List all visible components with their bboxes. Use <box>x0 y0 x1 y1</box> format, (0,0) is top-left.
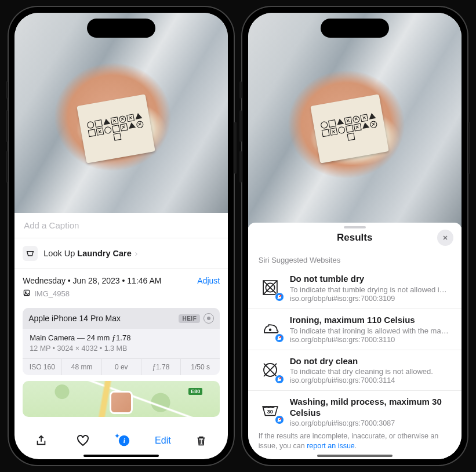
location-map[interactable]: E80 <box>23 381 220 417</box>
exif-strip: ISO 160 48 mm 0 ev ƒ1.78 1/50 s <box>23 358 220 375</box>
lookup-row[interactable]: Look Up Laundry Care › <box>14 238 228 269</box>
camera-info-card: Apple iPhone 14 Pro Max HEIF Main Camera… <box>23 308 220 375</box>
result-item[interactable]: 30 Washing, mild process, maximum 30 Cel… <box>248 391 462 427</box>
safari-badge-icon <box>275 415 284 424</box>
photo-location-pin <box>110 391 133 414</box>
result-url: iso.org/obp/ui#iso:grs:7000:3109 <box>290 295 451 303</box>
safari-badge-icon <box>275 375 284 384</box>
delete-button[interactable] <box>190 434 212 447</box>
camera-file-info: 12 MP • 3024 × 4032 • 1.3 MB <box>30 344 213 353</box>
exif-shutter: 1/50 s <box>181 359 220 375</box>
edit-button[interactable]: Edit <box>155 435 171 446</box>
result-title: Do not dry clean <box>290 356 451 367</box>
svg-point-1 <box>26 292 27 293</box>
result-url: iso.org/obp/ui#iso:grs:7000:3114 <box>290 376 451 384</box>
section-label: Siri Suggested Websites <box>248 251 462 268</box>
result-item[interactable]: Do not tumble dry To indicate that tumbl… <box>248 268 462 309</box>
dynamic-island <box>87 19 155 38</box>
photo-preview[interactable] <box>14 13 228 213</box>
wash-temp-label: 30 <box>267 409 273 415</box>
road-badge: E80 <box>188 388 202 395</box>
phone-left: Add a Caption Look Up Laundry Care › Wed… <box>8 6 235 466</box>
clothing-label <box>310 94 389 163</box>
result-url: iso.org/obp/ui#iso:grs:7000:3110 <box>290 336 451 344</box>
clothing-label <box>77 94 155 163</box>
dynamic-island <box>321 19 389 38</box>
result-item[interactable]: Do not dry clean To indicate that dry cl… <box>248 350 462 391</box>
camera-lens-info: Main Camera — 24 mm ƒ1.78 <box>30 333 213 342</box>
photo-preview[interactable] <box>248 13 462 227</box>
lens-icon <box>204 313 214 324</box>
safari-badge-icon <box>275 292 284 302</box>
caption-input[interactable]: Add a Caption <box>14 213 228 238</box>
result-desc: To indicate that tumble drying is not al… <box>290 285 451 294</box>
lookup-text: Look Up Laundry Care <box>43 249 132 258</box>
info-button[interactable]: i ✦ <box>113 434 135 447</box>
result-desc: To indicate that ironing is allowed with… <box>290 326 451 335</box>
exif-focal: 48 mm <box>62 359 101 375</box>
result-url: iso.org/obp/ui#iso:grs:7000:3087 <box>290 419 451 427</box>
exif-aperture: ƒ1.78 <box>141 359 181 375</box>
screen-right: Results Siri Suggested Websites Do not t… <box>248 13 462 459</box>
exif-ev: 0 ev <box>102 359 141 375</box>
format-badge: HEIF <box>179 314 200 323</box>
result-title: Ironing, maximum 110 Celsius <box>290 315 451 326</box>
bottom-toolbar: i ✦ Edit <box>14 428 228 453</box>
report-issue-link[interactable]: report an issue <box>307 442 355 450</box>
exif-iso: ISO 160 <box>23 359 62 375</box>
close-button[interactable] <box>437 230 453 246</box>
device-name: Apple iPhone 14 Pro Max <box>28 314 121 323</box>
svg-point-5 <box>269 329 271 331</box>
results-sheet: Results Siri Suggested Websites Do not t… <box>248 223 462 459</box>
safari-badge-icon <box>275 333 284 343</box>
image-file-icon <box>23 289 31 299</box>
result-desc: To indicate that dry cleaning is not all… <box>290 367 451 376</box>
result-item[interactable]: Ironing, maximum 110 Celsius To indicate… <box>248 309 462 350</box>
adjust-button[interactable]: Adjust <box>197 276 220 285</box>
share-button[interactable] <box>30 434 52 447</box>
no-tumble-dry-icon <box>259 276 282 299</box>
photo-datetime: Wednesday • Jun 28, 2023 • 11:46 AM <box>23 276 161 285</box>
favorite-button[interactable] <box>72 434 94 448</box>
wash-30-icon: 30 <box>259 399 282 422</box>
no-dry-clean-icon <box>259 358 282 382</box>
laundry-icon <box>23 246 38 261</box>
chevron-right-icon: › <box>135 249 138 258</box>
home-indicator[interactable] <box>317 455 393 457</box>
screen-left: Add a Caption Look Up Laundry Care › Wed… <box>14 13 228 459</box>
filename-text: IMG_4958 <box>34 289 70 298</box>
result-title: Do not tumble dry <box>290 274 451 285</box>
iron-icon <box>259 317 282 340</box>
phone-right: Results Siri Suggested Websites Do not t… <box>241 6 468 466</box>
sheet-title: Results <box>337 232 372 244</box>
sheet-grabber[interactable] <box>344 226 366 228</box>
home-indicator[interactable] <box>83 455 159 457</box>
result-title: Washing, mild process, maximum 30 Celsiu… <box>290 397 451 419</box>
